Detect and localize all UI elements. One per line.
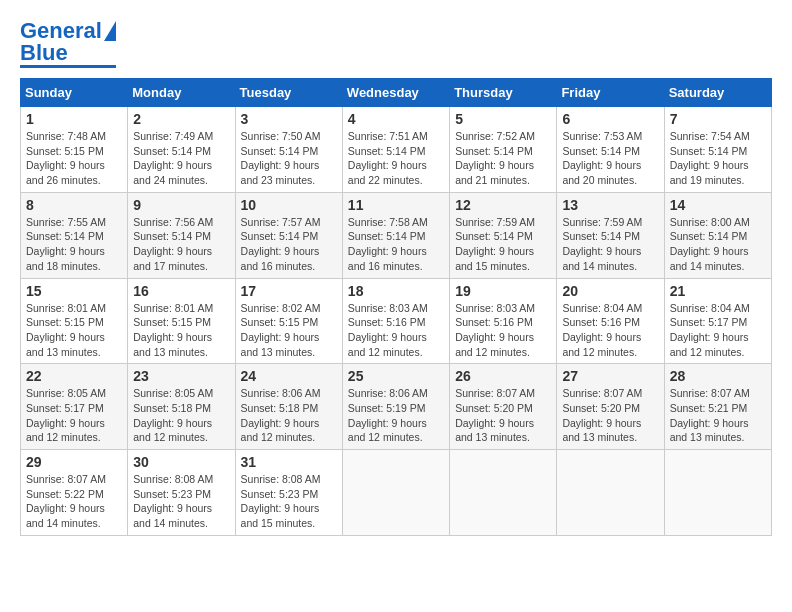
day-info: Sunrise: 7:50 AMSunset: 5:14 PMDaylight:… bbox=[241, 129, 337, 188]
day-number: 14 bbox=[670, 197, 766, 213]
daylight-text: Daylight: 9 hours and 12 minutes. bbox=[670, 331, 749, 358]
calendar-cell: 31Sunrise: 8:08 AMSunset: 5:23 PMDayligh… bbox=[235, 450, 342, 536]
day-number: 30 bbox=[133, 454, 229, 470]
sunset-text: Sunset: 5:14 PM bbox=[348, 145, 426, 157]
sunset-text: Sunset: 5:15 PM bbox=[26, 145, 104, 157]
day-number: 21 bbox=[670, 283, 766, 299]
sunset-text: Sunset: 5:23 PM bbox=[133, 488, 211, 500]
day-info: Sunrise: 7:55 AMSunset: 5:14 PMDaylight:… bbox=[26, 215, 122, 274]
calendar-cell: 6Sunrise: 7:53 AMSunset: 5:14 PMDaylight… bbox=[557, 107, 664, 193]
sunrise-text: Sunrise: 8:03 AM bbox=[348, 302, 428, 314]
sunset-text: Sunset: 5:21 PM bbox=[670, 402, 748, 414]
day-info: Sunrise: 8:07 AMSunset: 5:20 PMDaylight:… bbox=[455, 386, 551, 445]
day-info: Sunrise: 8:05 AMSunset: 5:17 PMDaylight:… bbox=[26, 386, 122, 445]
day-info: Sunrise: 8:00 AMSunset: 5:14 PMDaylight:… bbox=[670, 215, 766, 274]
calendar-cell: 22Sunrise: 8:05 AMSunset: 5:17 PMDayligh… bbox=[21, 364, 128, 450]
daylight-text: Daylight: 9 hours and 17 minutes. bbox=[133, 245, 212, 272]
sunset-text: Sunset: 5:14 PM bbox=[562, 230, 640, 242]
daylight-text: Daylight: 9 hours and 13 minutes. bbox=[26, 331, 105, 358]
sunrise-text: Sunrise: 7:53 AM bbox=[562, 130, 642, 142]
day-number: 5 bbox=[455, 111, 551, 127]
daylight-text: Daylight: 9 hours and 26 minutes. bbox=[26, 159, 105, 186]
sunrise-text: Sunrise: 7:59 AM bbox=[455, 216, 535, 228]
daylight-text: Daylight: 9 hours and 12 minutes. bbox=[241, 417, 320, 444]
sunset-text: Sunset: 5:14 PM bbox=[562, 145, 640, 157]
day-number: 9 bbox=[133, 197, 229, 213]
sunset-text: Sunset: 5:19 PM bbox=[348, 402, 426, 414]
day-number: 10 bbox=[241, 197, 337, 213]
calendar-week-row: 1Sunrise: 7:48 AMSunset: 5:15 PMDaylight… bbox=[21, 107, 772, 193]
sunrise-text: Sunrise: 7:59 AM bbox=[562, 216, 642, 228]
sunset-text: Sunset: 5:14 PM bbox=[241, 230, 319, 242]
calendar-cell: 11Sunrise: 7:58 AMSunset: 5:14 PMDayligh… bbox=[342, 192, 449, 278]
sunset-text: Sunset: 5:15 PM bbox=[26, 316, 104, 328]
daylight-text: Daylight: 9 hours and 13 minutes. bbox=[455, 417, 534, 444]
calendar-cell: 25Sunrise: 8:06 AMSunset: 5:19 PMDayligh… bbox=[342, 364, 449, 450]
calendar-cell: 20Sunrise: 8:04 AMSunset: 5:16 PMDayligh… bbox=[557, 278, 664, 364]
day-info: Sunrise: 7:59 AMSunset: 5:14 PMDaylight:… bbox=[455, 215, 551, 274]
day-number: 8 bbox=[26, 197, 122, 213]
sunset-text: Sunset: 5:20 PM bbox=[455, 402, 533, 414]
day-info: Sunrise: 8:05 AMSunset: 5:18 PMDaylight:… bbox=[133, 386, 229, 445]
day-info: Sunrise: 7:48 AMSunset: 5:15 PMDaylight:… bbox=[26, 129, 122, 188]
daylight-text: Daylight: 9 hours and 21 minutes. bbox=[455, 159, 534, 186]
daylight-text: Daylight: 9 hours and 24 minutes. bbox=[133, 159, 212, 186]
calendar-cell: 18Sunrise: 8:03 AMSunset: 5:16 PMDayligh… bbox=[342, 278, 449, 364]
sunrise-text: Sunrise: 8:08 AM bbox=[133, 473, 213, 485]
sunset-text: Sunset: 5:15 PM bbox=[241, 316, 319, 328]
day-info: Sunrise: 8:07 AMSunset: 5:22 PMDaylight:… bbox=[26, 472, 122, 531]
day-number: 22 bbox=[26, 368, 122, 384]
sunset-text: Sunset: 5:16 PM bbox=[455, 316, 533, 328]
day-info: Sunrise: 7:56 AMSunset: 5:14 PMDaylight:… bbox=[133, 215, 229, 274]
header-monday: Monday bbox=[128, 79, 235, 107]
sunset-text: Sunset: 5:14 PM bbox=[241, 145, 319, 157]
sunset-text: Sunset: 5:14 PM bbox=[455, 145, 533, 157]
day-number: 31 bbox=[241, 454, 337, 470]
day-number: 26 bbox=[455, 368, 551, 384]
sunrise-text: Sunrise: 8:06 AM bbox=[241, 387, 321, 399]
day-number: 27 bbox=[562, 368, 658, 384]
day-number: 3 bbox=[241, 111, 337, 127]
page-header: General Blue bbox=[20, 20, 772, 68]
logo-underline bbox=[20, 65, 116, 68]
calendar-week-row: 29Sunrise: 8:07 AMSunset: 5:22 PMDayligh… bbox=[21, 450, 772, 536]
day-number: 13 bbox=[562, 197, 658, 213]
sunrise-text: Sunrise: 7:57 AM bbox=[241, 216, 321, 228]
calendar-cell: 9Sunrise: 7:56 AMSunset: 5:14 PMDaylight… bbox=[128, 192, 235, 278]
day-number: 15 bbox=[26, 283, 122, 299]
calendar-week-row: 22Sunrise: 8:05 AMSunset: 5:17 PMDayligh… bbox=[21, 364, 772, 450]
header-sunday: Sunday bbox=[21, 79, 128, 107]
calendar-cell: 1Sunrise: 7:48 AMSunset: 5:15 PMDaylight… bbox=[21, 107, 128, 193]
day-info: Sunrise: 8:01 AMSunset: 5:15 PMDaylight:… bbox=[133, 301, 229, 360]
day-info: Sunrise: 8:03 AMSunset: 5:16 PMDaylight:… bbox=[455, 301, 551, 360]
sunset-text: Sunset: 5:18 PM bbox=[133, 402, 211, 414]
daylight-text: Daylight: 9 hours and 13 minutes. bbox=[241, 331, 320, 358]
daylight-text: Daylight: 9 hours and 14 minutes. bbox=[562, 245, 641, 272]
day-number: 1 bbox=[26, 111, 122, 127]
logo-triangle-icon bbox=[104, 21, 116, 41]
day-info: Sunrise: 8:07 AMSunset: 5:20 PMDaylight:… bbox=[562, 386, 658, 445]
calendar-cell: 27Sunrise: 8:07 AMSunset: 5:20 PMDayligh… bbox=[557, 364, 664, 450]
sunset-text: Sunset: 5:14 PM bbox=[26, 230, 104, 242]
sunrise-text: Sunrise: 8:08 AM bbox=[241, 473, 321, 485]
sunrise-text: Sunrise: 7:48 AM bbox=[26, 130, 106, 142]
calendar-cell bbox=[342, 450, 449, 536]
calendar-table: SundayMondayTuesdayWednesdayThursdayFrid… bbox=[20, 78, 772, 536]
day-number: 29 bbox=[26, 454, 122, 470]
sunrise-text: Sunrise: 8:04 AM bbox=[670, 302, 750, 314]
sunset-text: Sunset: 5:18 PM bbox=[241, 402, 319, 414]
daylight-text: Daylight: 9 hours and 13 minutes. bbox=[133, 331, 212, 358]
sunrise-text: Sunrise: 7:58 AM bbox=[348, 216, 428, 228]
day-number: 20 bbox=[562, 283, 658, 299]
daylight-text: Daylight: 9 hours and 16 minutes. bbox=[348, 245, 427, 272]
sunrise-text: Sunrise: 8:03 AM bbox=[455, 302, 535, 314]
sunset-text: Sunset: 5:14 PM bbox=[455, 230, 533, 242]
calendar-cell: 3Sunrise: 7:50 AMSunset: 5:14 PMDaylight… bbox=[235, 107, 342, 193]
day-number: 25 bbox=[348, 368, 444, 384]
day-info: Sunrise: 8:07 AMSunset: 5:21 PMDaylight:… bbox=[670, 386, 766, 445]
calendar-cell: 17Sunrise: 8:02 AMSunset: 5:15 PMDayligh… bbox=[235, 278, 342, 364]
sunset-text: Sunset: 5:17 PM bbox=[670, 316, 748, 328]
day-info: Sunrise: 8:03 AMSunset: 5:16 PMDaylight:… bbox=[348, 301, 444, 360]
header-thursday: Thursday bbox=[450, 79, 557, 107]
calendar-cell: 12Sunrise: 7:59 AMSunset: 5:14 PMDayligh… bbox=[450, 192, 557, 278]
